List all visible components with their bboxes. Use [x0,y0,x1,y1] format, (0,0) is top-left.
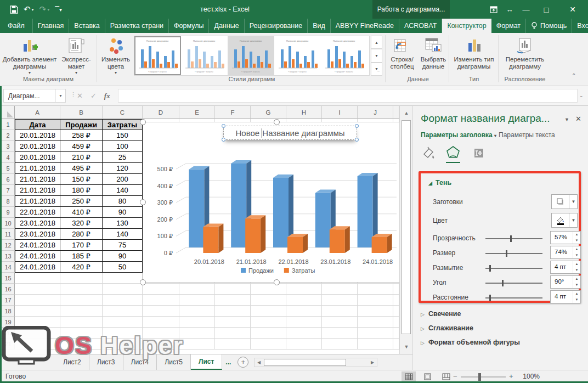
shadow-presets-button[interactable]: ▼ [551,194,578,209]
maximize-icon[interactable]: □ [538,0,555,19]
page-break-view-icon[interactable] [439,371,453,382]
cell-A1[interactable]: Дата [15,119,60,130]
cell-C12[interactable]: 75 [103,240,143,251]
slider-thumb[interactable] [510,235,512,242]
spinner-up-icon[interactable]: ▲ [573,246,580,252]
cell-C15[interactable] [103,273,143,284]
bar-Затраты-23.01.2018[interactable] [330,226,350,253]
cell-B3[interactable]: 459 ₽ [60,141,103,152]
cell-B17[interactable] [60,295,103,306]
chart-style-thumbnail-3[interactable]: Название диаграммы▪ Продажи ▪ Затраты [228,36,274,75]
move-chart-button[interactable]: Переместить диаграмму [500,35,550,77]
cell-D21[interactable] [143,339,179,350]
column-header-C[interactable]: C [103,106,143,119]
cell-B1[interactable]: Продажи [60,119,103,130]
row-header-13[interactable]: 13 [2,251,15,262]
spinner-Размытие[interactable]: 4 пт▲▼ [550,261,581,274]
cell-A17[interactable] [15,295,60,306]
cell-A2[interactable]: 20.01.2018 [15,130,60,141]
slider-thumb[interactable] [502,280,504,286]
cell-G16[interactable] [251,284,286,295]
row-header-9[interactable]: 9 [2,207,15,218]
cell-H20[interactable] [286,328,322,339]
cell-C9[interactable]: 90 [103,207,143,218]
cell-x16[interactable] [393,284,399,295]
insert-function-icon[interactable]: fx [104,92,110,100]
spinner-arrows[interactable]: ▲▼ [573,291,580,303]
chart-style-thumbnail-1[interactable]: Название диаграммы▪ Продажи ▪ Затраты [134,36,181,75]
undo-icon[interactable]: ↶▾ [24,4,34,14]
tab-text-options[interactable]: Параметры текста [499,131,555,139]
spinner-arrows[interactable]: ▲▼ [573,276,580,288]
cancel-entry-icon[interactable]: ✕ [77,92,83,100]
cell-C21[interactable] [103,339,143,350]
spinner-up-icon[interactable]: ▲ [573,232,580,238]
switch-row-column-button[interactable]: Строка/ столбец [387,35,417,77]
cell-I21[interactable] [322,339,358,350]
cell-H19[interactable] [286,317,322,328]
name-box[interactable]: Диаграм... ▼ [3,89,66,103]
spinner-down-icon[interactable]: ▼ [573,238,580,244]
confirm-entry-icon[interactable]: ✓ [91,92,97,100]
row-header-18[interactable]: 18 [2,306,15,317]
cell-C11[interactable]: 140 [103,229,143,240]
cell-A13[interactable]: 24.01.2018 [15,251,60,262]
cell-J18[interactable] [358,306,393,317]
tab-Рецензирование[interactable]: Рецензирование [245,19,308,33]
cell-C3[interactable]: 100 [103,141,143,152]
cell-C14[interactable]: 50 [103,262,143,273]
row-header-2[interactable]: 2 [2,130,15,141]
cell-B5[interactable]: 495 ₽ [60,163,103,174]
legend-label[interactable]: Затраты [292,267,315,274]
cell-C5[interactable]: 120 [103,163,143,174]
cell-I17[interactable] [322,295,358,306]
cell-B6[interactable]: 150 ₽ [60,174,103,185]
tab-Вставка[interactable]: Вставка [69,19,105,33]
cell-B7[interactable]: 180 ₽ [60,185,103,196]
customize-qat-icon[interactable]: ▔▾ [55,7,62,13]
cell-B4[interactable]: 210 ₽ [60,152,103,163]
section-Сглаживание[interactable]: ▷Сглаживание [421,324,473,332]
bar-Затраты-22.01.2018[interactable] [287,234,308,253]
zoom-slider-track[interactable] [461,376,506,378]
row-header-7[interactable]: 7 [2,185,15,196]
sheet-tab-Лист3[interactable]: Лист3 [89,354,123,370]
cell-D20[interactable] [143,328,179,339]
zoom-slider-thumb[interactable] [478,373,481,381]
cell-A10[interactable]: 23.01.2018 [15,218,60,229]
minimize-icon[interactable]: — [518,0,534,19]
scroll-down-icon[interactable]: ▼ [400,341,413,353]
cell-E20[interactable] [179,328,215,339]
cell-D16[interactable] [143,284,179,295]
tab-Помощь[interactable]: Помощь [526,19,572,33]
cell-J21[interactable] [358,339,393,350]
row-header-12[interactable]: 12 [2,240,15,251]
row-header-21[interactable]: 21 [2,339,15,350]
slider-thumb[interactable] [506,250,507,257]
horizontal-scrollbar[interactable]: ◀ ▶ [254,358,377,367]
tab-Разметка страни[interactable]: Разметка страни [105,19,169,33]
quick-layout-button[interactable]: Экспресс-макет ▾ [58,35,94,77]
cell-G17[interactable] [251,295,286,306]
row-header-20[interactable]: 20 [2,328,15,339]
cell-D17[interactable] [143,295,179,306]
tab-Вход[interactable]: Вход [572,19,588,33]
slider-thumb[interactable] [489,265,491,272]
new-sheet-icon[interactable]: + [238,357,248,368]
cell-B8[interactable]: 250 ₽ [60,196,103,207]
zoom-in-icon[interactable]: + [509,372,513,380]
cell-E16[interactable] [179,284,215,295]
column-header-partial[interactable] [393,106,399,119]
formula-input[interactable] [118,89,578,103]
chart-handle[interactable] [140,119,146,125]
cell-C1[interactable]: Затраты [103,119,143,130]
cell-C19[interactable] [103,317,143,328]
column-header-E[interactable]: E [179,106,215,119]
row-header-10[interactable]: 10 [2,218,15,229]
pane-close-icon[interactable]: ✕ [575,115,581,123]
slider-track-Размытие[interactable] [485,268,542,269]
cell-C2[interactable]: 150 [103,130,143,141]
expand-formula-bar-icon[interactable]: ⌄ [579,93,584,98]
ribbon-display-options-icon[interactable] [486,0,501,19]
cell-C8[interactable]: 80 [103,196,143,207]
